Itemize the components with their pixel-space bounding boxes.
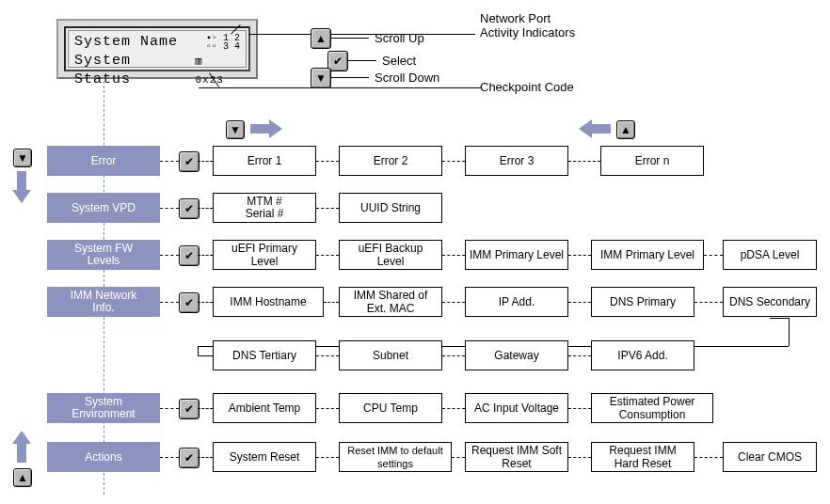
item-ipv6: IPV6 Add. xyxy=(591,340,694,370)
item-error-3: Error 3 xyxy=(465,146,568,176)
item-imm-primary-1: IMM Primary Level xyxy=(465,240,568,270)
row-actions: Actions ✔ System Reset Reset IMM to defa… xyxy=(9,442,821,472)
label-scroll-down: Scroll Down xyxy=(375,71,439,85)
item-cpu-temp: CPU Temp xyxy=(339,393,442,423)
check-icon: ✔ xyxy=(179,245,200,266)
item-imm-soft-reset: Request IMM Soft Reset xyxy=(465,442,568,472)
item-ac-voltage: AC Input Voltage xyxy=(465,393,568,423)
arrow-left-icon xyxy=(579,120,611,137)
item-error-2: Error 2 xyxy=(339,146,442,176)
item-imm-hard-reset: Request IMM Hard Reset xyxy=(591,442,694,472)
item-imm-hostname: IMM Hostname xyxy=(213,287,324,317)
port-activity-indicator-icon: ▪▫ 1 2 ▫▫ 3 4 xyxy=(206,34,240,51)
item-imm-shared-mac: IMM Shared of Ext. MAC xyxy=(339,287,442,317)
cat-env: System Environment xyxy=(47,393,160,423)
label-checkpoint: Checkpoint Code xyxy=(480,80,574,94)
up-arrow-key-icon: ▲ xyxy=(616,120,635,139)
cat-fw: System FW Levels xyxy=(47,240,160,270)
item-uefi-backup: uEFI Backup Level xyxy=(339,240,442,270)
scroll-down-key-icon: ▼ xyxy=(311,68,331,88)
item-dns-primary: DNS Primary xyxy=(591,287,694,317)
item-system-reset: System Reset xyxy=(213,442,316,472)
scroll-up-key-icon: ▲ xyxy=(311,28,331,49)
cat-error: Error xyxy=(47,146,160,176)
label-network-port: Network Port Activity Indicators xyxy=(480,11,575,39)
item-power-consumption: Estimated Power Consumption xyxy=(591,393,713,423)
check-icon: ✔ xyxy=(179,198,200,219)
cat-net: IMM Network Info. xyxy=(47,287,160,317)
down-arrow-key-icon: ▼ xyxy=(226,120,245,139)
lcd-line2-label: System Status xyxy=(74,52,196,89)
check-icon: ✔ xyxy=(179,448,200,468)
item-error-n: Error n xyxy=(600,146,704,176)
item-uuid: UUID String xyxy=(339,193,442,223)
row-vpd: System VPD ✔ MTM # Serial # UUID String xyxy=(9,193,821,223)
arrow-right-icon xyxy=(250,120,282,137)
row-net: IMM Network Info. ✔ IMM Hostname IMM Sha… xyxy=(9,287,821,317)
check-icon: ✔ xyxy=(179,292,200,313)
cat-actions: Actions xyxy=(47,442,160,472)
diagram: System Name ▪▫ 1 2 ▫▫ 3 4 System Status … xyxy=(9,9,821,495)
row-fw: System FW Levels ✔ uEFI Primary Level uE… xyxy=(9,240,821,270)
checkpoint-glyph-icon: ▥ xyxy=(196,55,203,67)
lcd-panel: System Name ▪▫ 1 2 ▫▫ 3 4 System Status … xyxy=(56,19,258,79)
item-dns-tertiary: DNS Tertiary xyxy=(213,340,316,370)
item-pdsa: pDSA Level xyxy=(723,240,817,270)
item-ip-add: IP Add. xyxy=(465,287,568,317)
lcd-checkpoint-code: 0x23 xyxy=(196,74,224,86)
row-net-b: DNS Tertiary Subnet Gateway IPV6 Add. xyxy=(9,340,821,370)
label-scroll-up: Scroll Up xyxy=(375,31,424,45)
lcd-line1: System Name xyxy=(74,33,178,52)
item-uefi-primary: uEFI Primary Level xyxy=(213,240,316,270)
row-error: Error ✔ Error 1 Error 2 Error 3 Error n xyxy=(9,146,821,176)
item-dns-secondary: DNS Secondary xyxy=(723,287,817,317)
item-imm-primary-2: IMM Primary Level xyxy=(591,240,704,270)
check-icon: ✔ xyxy=(179,399,200,419)
cat-vpd: System VPD xyxy=(47,193,160,223)
item-subnet: Subnet xyxy=(339,340,442,370)
row-env: System Environment ✔ Ambient Temp CPU Te… xyxy=(9,393,821,423)
item-gateway: Gateway xyxy=(465,340,568,370)
label-select: Select xyxy=(382,54,416,68)
item-reset-imm-default: Reset IMM to default settings xyxy=(339,442,452,472)
item-ambient-temp: Ambient Temp xyxy=(213,393,316,423)
item-mtm-serial: MTM # Serial # xyxy=(213,193,316,223)
item-error-1: Error 1 xyxy=(213,146,316,176)
item-clear-cmos: Clear CMOS xyxy=(723,442,817,472)
check-icon: ✔ xyxy=(179,151,200,172)
